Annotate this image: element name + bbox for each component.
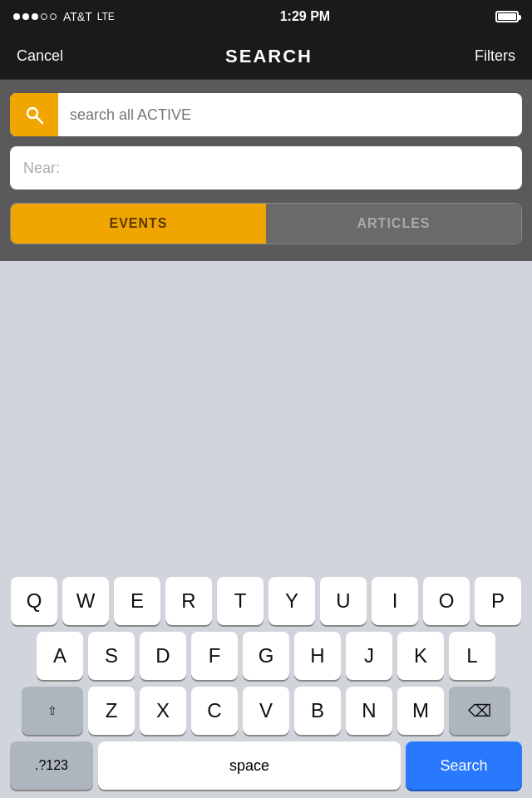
keyboard-row-1: Q W E R T Y U I O P: [5, 577, 527, 625]
key-n[interactable]: N: [346, 687, 392, 735]
filters-button[interactable]: Filters: [475, 47, 515, 65]
key-j[interactable]: J: [346, 632, 392, 680]
key-s[interactable]: S: [88, 632, 135, 680]
carrier-label: AT&T: [63, 10, 92, 23]
search-area: Near: EVENTS ARTICLES: [0, 80, 532, 261]
key-u[interactable]: U: [320, 577, 367, 625]
status-left: AT&T LTE: [13, 10, 115, 23]
signal-icon: [13, 13, 57, 20]
key-v[interactable]: V: [243, 687, 289, 735]
key-a[interactable]: A: [37, 632, 83, 680]
search-input-row: [10, 93, 522, 136]
key-e[interactable]: E: [114, 577, 160, 625]
svg-line-1: [37, 117, 42, 123]
key-f[interactable]: F: [191, 632, 238, 680]
keyboard: Q W E R T Y U I O P A S D F G H J K L ⇧ …: [0, 569, 532, 798]
key-z[interactable]: Z: [88, 687, 135, 735]
search-input[interactable]: [58, 106, 522, 124]
key-d[interactable]: D: [140, 632, 186, 680]
filter-toggle: EVENTS ARTICLES: [10, 203, 522, 244]
time-label: 1:29 PM: [280, 9, 330, 24]
battery-icon: [495, 11, 519, 22]
status-bar: AT&T LTE 1:29 PM: [0, 0, 532, 33]
numbers-key[interactable]: .?123: [10, 741, 93, 790]
key-b[interactable]: B: [294, 687, 341, 735]
key-p[interactable]: P: [475, 577, 521, 625]
key-h[interactable]: H: [294, 632, 341, 680]
shift-key[interactable]: ⇧: [22, 687, 83, 735]
key-k[interactable]: K: [397, 632, 444, 680]
nav-bar: Cancel SEARCH Filters: [0, 33, 532, 80]
keyboard-row-3: ⇧ Z X C V B N M ⌫: [5, 687, 527, 735]
key-q[interactable]: Q: [11, 577, 57, 625]
key-g[interactable]: G: [243, 632, 289, 680]
search-icon-box: [10, 93, 58, 136]
key-o[interactable]: O: [423, 577, 470, 625]
key-x[interactable]: X: [140, 687, 186, 735]
search-button[interactable]: Search: [406, 741, 522, 790]
keyboard-bottom-row: .?123 space Search: [5, 741, 527, 798]
near-input-row: Near:: [10, 146, 522, 190]
network-label: LTE: [97, 11, 115, 22]
key-m[interactable]: M: [397, 687, 444, 735]
space-key[interactable]: space: [98, 741, 401, 790]
page-title: SEARCH: [225, 46, 313, 67]
delete-key[interactable]: ⌫: [449, 687, 510, 735]
key-w[interactable]: W: [62, 577, 109, 625]
events-toggle-button[interactable]: EVENTS: [11, 204, 266, 244]
key-l[interactable]: L: [449, 632, 495, 680]
cancel-button[interactable]: Cancel: [17, 47, 63, 65]
key-t[interactable]: T: [217, 577, 264, 625]
search-icon: [24, 105, 44, 125]
key-i[interactable]: I: [372, 577, 418, 625]
key-y[interactable]: Y: [268, 577, 315, 625]
key-c[interactable]: C: [191, 687, 238, 735]
articles-toggle-button[interactable]: ARTICLES: [266, 204, 521, 244]
key-r[interactable]: R: [165, 577, 212, 625]
keyboard-row-2: A S D F G H J K L: [5, 632, 527, 680]
near-label: Near:: [23, 160, 60, 177]
